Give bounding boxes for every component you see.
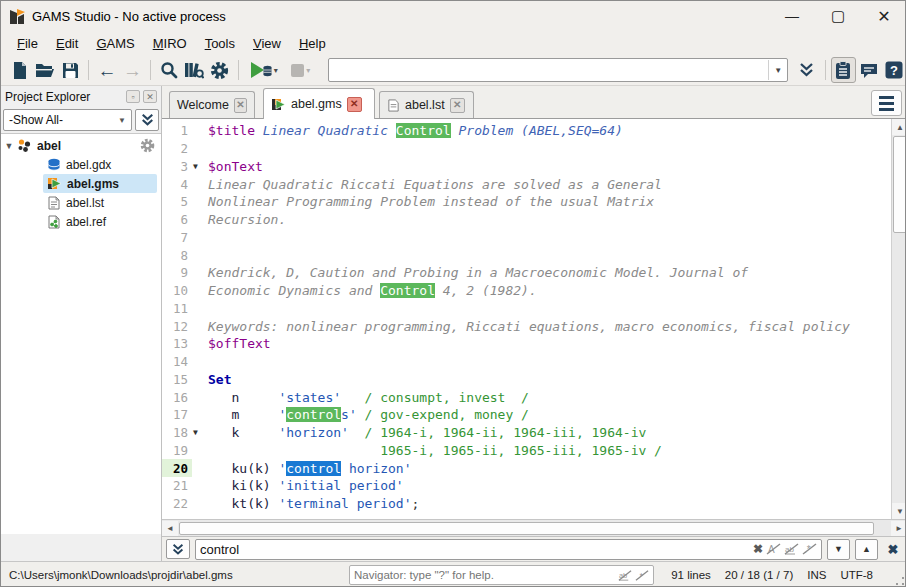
code-segment: Problem (ABEL,SEQ=64)	[451, 123, 623, 138]
code-line[interactable]: 6Recursion.	[162, 211, 891, 229]
code-editor[interactable]: 1$title Linear Quadratic Control Problem…	[162, 119, 906, 519]
tab-close-icon[interactable]: ✕	[347, 97, 362, 112]
combo-dropdown-icon[interactable]: ▼	[768, 60, 787, 80]
panel-close-button[interactable]: ✕	[143, 90, 157, 103]
code-line[interactable]: 17 m 'controls' / gov-expend, money /	[162, 406, 891, 424]
open-file-button[interactable]	[32, 57, 57, 83]
tree-item-abel-gdx[interactable]: abel.gdx	[1, 155, 161, 174]
tree-item-project-abel[interactable]: ▼ abel	[1, 136, 161, 155]
navigator-whole-words-off-icon[interactable]: ab	[618, 569, 632, 582]
horizontal-scrollbar[interactable]: ◄ ►	[162, 519, 906, 536]
search-button[interactable]	[156, 57, 181, 83]
scroll-right-icon[interactable]: ►	[891, 521, 906, 536]
model-library-button[interactable]	[182, 57, 207, 83]
menu-miro[interactable]: MIRO	[145, 33, 195, 54]
settings-button[interactable]	[207, 57, 232, 83]
tab-abel-lst[interactable]: abel.lst ✕	[379, 91, 474, 118]
menu-help[interactable]: Help	[291, 33, 334, 54]
code-text: m 'controls' / gov-expend, money /	[205, 407, 529, 422]
terminal-output-button[interactable]	[856, 57, 881, 83]
code-line[interactable]: 12Keywords: nonlinear programming, Ricca…	[162, 317, 891, 335]
regex-off-icon[interactable]: .*	[802, 542, 817, 556]
save-button[interactable]	[58, 57, 83, 83]
resize-grip[interactable]	[895, 576, 905, 586]
code-line[interactable]: 14	[162, 353, 891, 371]
code-segment: Kendrick, D, Caution and Probing in a Ma…	[208, 265, 748, 280]
gams-parameter-combobox[interactable]: ▼	[328, 58, 788, 82]
tree-expand-icon[interactable]: ▼	[1, 141, 17, 151]
run-button[interactable]: ▾	[244, 57, 283, 83]
scroll-down-icon[interactable]: ▼	[892, 503, 906, 519]
new-file-button[interactable]	[7, 57, 32, 83]
vertical-scrollbar[interactable]: ▲ ▼	[891, 119, 906, 519]
tab-welcome[interactable]: Welcome ✕	[169, 91, 255, 118]
file-name: abel.ref	[66, 215, 106, 229]
menu-file[interactable]: File	[9, 33, 46, 54]
find-clear-icon[interactable]: ✖	[753, 542, 763, 556]
code-line[interactable]: 13$offText	[162, 335, 891, 353]
tree-item-abel-gms[interactable]: abel.gms	[1, 174, 161, 193]
navigator-input[interactable]	[354, 569, 615, 581]
process-log-toggle-button[interactable]	[831, 57, 857, 83]
collapse-all-button[interactable]	[135, 109, 159, 131]
code-line[interactable]: 3▼$onText	[162, 158, 891, 176]
project-filter-dropdown[interactable]: -Show All- ▼	[3, 109, 132, 131]
code-line[interactable]: 1$title Linear Quadratic Control Problem…	[162, 122, 891, 140]
menu-gams[interactable]: GAMS	[88, 33, 142, 54]
code-line[interactable]: 4Linear Quadratic Riccati Equations are …	[162, 175, 891, 193]
code-line[interactable]: 7	[162, 229, 891, 247]
tab-abel-gms[interactable]: abel.gms ✕	[263, 88, 375, 119]
back-button[interactable]: ←	[94, 57, 119, 83]
toolbar-extension-button[interactable]	[794, 57, 819, 83]
maximize-button[interactable]: ▢	[815, 1, 861, 31]
navigator-field: ab .*	[349, 565, 654, 585]
find-expand-button[interactable]	[166, 539, 190, 559]
run-dropdown-caret-icon[interactable]: ▾	[274, 66, 278, 75]
code-line[interactable]: 10Economic Dynamics and Control 4, 2 (19…	[162, 282, 891, 300]
code-line[interactable]: 22 kt(k) 'terminal period';	[162, 495, 891, 513]
code-line[interactable]: 16 n 'states' / consumpt, invest /	[162, 388, 891, 406]
tree-item-abel-ref[interactable]: abel.ref	[1, 212, 161, 231]
menu-tools[interactable]: Tools	[197, 33, 243, 54]
project-options-gear-icon[interactable]	[140, 138, 155, 156]
close-button[interactable]: ✕	[861, 1, 906, 31]
scroll-left-icon[interactable]: ◄	[162, 521, 178, 536]
panel-float-button[interactable]: ▫	[126, 90, 140, 103]
exact-match-off-icon[interactable]: A	[766, 542, 781, 556]
scroll-up-icon[interactable]: ▲	[892, 119, 906, 135]
menu-edit[interactable]: Edit	[48, 33, 86, 54]
filter-dropdown-icon: ▼	[118, 116, 126, 125]
tab-close-icon[interactable]: ✕	[450, 98, 465, 113]
find-input[interactable]	[200, 542, 750, 557]
project-icon	[17, 138, 32, 153]
minimize-button[interactable]: —	[769, 1, 815, 31]
code-line[interactable]: 18▼ k 'horizon' / 1964-i, 1964-ii, 1964-…	[162, 424, 891, 442]
code-line[interactable]: 19 1965-i, 1965-ii, 1965-iii, 1965-iv /	[162, 442, 891, 460]
navigator-regex-off-icon[interactable]: .*	[635, 569, 649, 582]
code-line[interactable]: 15Set	[162, 371, 891, 389]
code-line[interactable]: 11	[162, 300, 891, 318]
find-next-button[interactable]: ▼	[827, 539, 850, 560]
tab-close-icon[interactable]: ✕	[234, 98, 247, 113]
code-line[interactable]: 21 ki(k) 'initial period'	[162, 477, 891, 495]
fold-marker-icon[interactable]: ▼	[192, 428, 205, 437]
code-line[interactable]: 8	[162, 246, 891, 264]
code-line[interactable]: 5Nonlinear Programming Problem instead o…	[162, 193, 891, 211]
code-line[interactable]: 20 ku(k) 'control horizon'	[162, 459, 891, 477]
help-button[interactable]: ?	[882, 57, 906, 83]
tab-list-menu-button[interactable]	[871, 90, 902, 116]
code-line[interactable]: 2	[162, 140, 891, 158]
vertical-scroll-thumb[interactable]	[893, 136, 906, 233]
file-name: abel.gdx	[66, 158, 111, 172]
find-previous-button[interactable]: ▲	[855, 539, 878, 560]
toolbar-separator	[150, 60, 151, 80]
horizontal-scroll-thumb[interactable]	[179, 522, 874, 535]
menu-view[interactable]: View	[245, 33, 289, 54]
code-line[interactable]: 9Kendrick, D, Caution and Probing in a M…	[162, 264, 891, 282]
forward-button[interactable]: →	[120, 57, 145, 83]
code-text: $title Linear Quadratic Control Problem …	[205, 123, 623, 138]
whole-words-off-icon[interactable]: ab	[784, 542, 799, 556]
tree-item-abel-lst[interactable]: abel.lst	[1, 193, 161, 212]
fold-marker-icon[interactable]: ▼	[192, 162, 205, 171]
find-close-button[interactable]: ✖	[883, 539, 903, 560]
